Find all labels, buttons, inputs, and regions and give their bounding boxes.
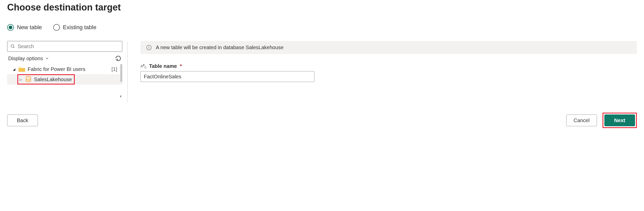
radio-existing-table[interactable]: Existing table: [53, 24, 96, 31]
cancel-button[interactable]: Cancel: [566, 114, 597, 126]
navigation-tree: ◢ Fabric for Power BI users [1] ▷ SalesL…: [7, 64, 122, 97]
chevron-down-icon: [45, 56, 49, 60]
svg-point-0: [11, 45, 14, 47]
radio-label: Existing table: [63, 24, 96, 31]
info-banner: A new table will be created in database …: [140, 41, 637, 54]
info-icon: [146, 45, 152, 50]
radio-new-table[interactable]: New table: [7, 24, 42, 31]
destination-tree-pane: Display options ◢ Fabric for Power BI us…: [7, 41, 122, 102]
radio-label: New table: [17, 24, 42, 31]
label-text: Table name: [149, 63, 177, 69]
text-type-icon: ABC: [140, 64, 147, 69]
next-button-highlight: Next: [603, 113, 637, 128]
next-button[interactable]: Next: [604, 114, 635, 126]
display-options-dropdown[interactable]: Display options: [8, 56, 49, 61]
refresh-button[interactable]: [115, 55, 121, 61]
info-text: A new table will be created in database …: [156, 45, 283, 50]
caret-right-icon: ▷: [19, 78, 23, 81]
vertical-divider: [127, 41, 128, 102]
tree-row-count: [1]: [112, 66, 117, 72]
selection-highlight: ▷ SalesLakehouse: [17, 74, 75, 85]
table-name-input[interactable]: [140, 71, 314, 82]
table-mode-radio-group: New table Existing table: [7, 24, 637, 31]
database-icon: [25, 76, 31, 83]
destination-form-pane: A new table will be created in database …: [133, 41, 637, 102]
radio-circle-icon: [7, 24, 14, 31]
wizard-footer: Back Cancel Next: [7, 113, 637, 128]
required-asterisk: *: [180, 63, 182, 69]
radio-circle-icon: [53, 24, 60, 31]
table-name-label: ABC Table name *: [140, 63, 637, 69]
search-input[interactable]: [18, 44, 119, 49]
svg-line-1: [13, 47, 14, 48]
page-title: Choose destination target: [7, 2, 637, 13]
scrollbar-down-icon[interactable]: ▼: [119, 94, 122, 98]
svg-point-5: [149, 46, 149, 47]
tree-row-workspace[interactable]: ◢ Fabric for Power BI users [1]: [7, 64, 122, 74]
tree-row-lakehouse[interactable]: ▷ SalesLakehouse: [7, 74, 122, 85]
search-icon: [10, 44, 15, 49]
scrollbar-thumb[interactable]: [120, 64, 122, 82]
display-options-label: Display options: [8, 56, 43, 61]
tree-row-label: Fabric for Power BI users: [28, 66, 85, 72]
search-box[interactable]: [7, 41, 122, 52]
folder-icon: [18, 66, 25, 72]
caret-down-icon: ◢: [12, 67, 16, 71]
tree-row-label: SalesLakehouse: [34, 77, 72, 82]
back-button[interactable]: Back: [7, 114, 38, 126]
